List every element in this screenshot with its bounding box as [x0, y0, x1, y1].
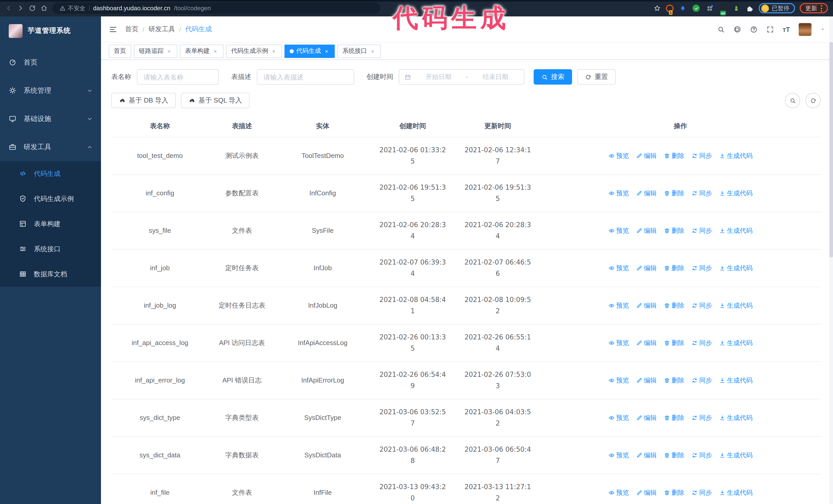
action-sync-link[interactable]: 同步: [691, 488, 712, 497]
action-sync-link[interactable]: 同步: [691, 451, 712, 460]
close-icon[interactable]: [271, 48, 277, 54]
app-logo-row[interactable]: 芋道管理系统: [0, 20, 101, 42]
action-edit-link[interactable]: 编辑: [636, 264, 657, 273]
search-button[interactable]: 搜索: [533, 69, 572, 85]
action-download-link[interactable]: 生成代码: [719, 301, 753, 310]
address-bar[interactable]: 不安全 dashboard.yudao.iocoder.cn/tool/code…: [52, 3, 380, 14]
table-name-input[interactable]: [137, 69, 219, 85]
close-icon[interactable]: [166, 48, 172, 54]
extension-icon-orange[interactable]: 1: [665, 4, 674, 13]
tab-2[interactable]: 表单构建: [180, 44, 223, 58]
security-warning[interactable]: 不安全: [60, 4, 85, 12]
action-eye-link[interactable]: 预览: [609, 488, 629, 497]
refresh-table-button[interactable]: [805, 93, 821, 108]
action-eye-link[interactable]: 预览: [609, 301, 629, 310]
extension-icon-diamond[interactable]: [679, 4, 687, 13]
action-delete-link[interactable]: 删除: [664, 226, 684, 235]
close-icon[interactable]: [370, 48, 376, 54]
action-sync-link[interactable]: 同步: [691, 413, 712, 423]
extensions-puzzle-icon[interactable]: [745, 4, 754, 13]
action-sync-link[interactable]: 同步: [691, 264, 712, 273]
sidebar-item-6[interactable]: 表单构建: [0, 211, 101, 236]
action-edit-link[interactable]: 编辑: [636, 451, 657, 460]
action-eye-link[interactable]: 预览: [609, 413, 629, 423]
update-button[interactable]: 更新: [800, 3, 828, 13]
action-edit-link[interactable]: 编辑: [636, 151, 657, 161]
profile-paused-chip[interactable]: 已暂停: [758, 3, 795, 13]
bookmark-star-icon[interactable]: [653, 5, 661, 12]
tab-5[interactable]: 系统接口: [337, 44, 381, 58]
forward-button[interactable]: [17, 5, 24, 12]
action-edit-link[interactable]: 编辑: [636, 376, 657, 385]
action-sync-link[interactable]: 同步: [691, 376, 712, 385]
page-scrollbar[interactable]: [829, 17, 833, 504]
scrollbar-thumb[interactable]: [829, 42, 833, 257]
sidebar-item-3[interactable]: 研发工具: [0, 133, 101, 161]
date-range-picker[interactable]: 开始日期 - 结束日期: [399, 69, 524, 85]
action-delete-link[interactable]: 删除: [664, 264, 684, 273]
action-edit-link[interactable]: 编辑: [636, 488, 657, 497]
action-download-link[interactable]: 生成代码: [719, 338, 753, 347]
action-download-link[interactable]: 生成代码: [719, 189, 753, 198]
action-eye-link[interactable]: 预览: [609, 338, 629, 347]
fullscreen-icon[interactable]: [766, 25, 774, 33]
action-sync-link[interactable]: 同步: [691, 338, 712, 347]
font-size-icon[interactable]: тT: [783, 25, 790, 33]
action-edit-link[interactable]: 编辑: [636, 189, 657, 198]
action-eye-link[interactable]: 预览: [609, 151, 629, 161]
home-button[interactable]: [41, 5, 48, 12]
sidebar-item-4[interactable]: 代码生成: [0, 161, 101, 186]
action-eye-link[interactable]: 预览: [609, 451, 629, 460]
import-db-button[interactable]: 基于 DB 导入: [111, 93, 176, 108]
back-button[interactable]: [5, 5, 12, 12]
github-icon[interactable]: [733, 25, 741, 33]
sidebar-item-2[interactable]: 基础设施: [0, 104, 101, 133]
sidebar-item-7[interactable]: 系统接口: [0, 236, 101, 262]
close-icon[interactable]: [324, 48, 330, 54]
action-edit-link[interactable]: 编辑: [636, 413, 657, 423]
extension-icon-green-check[interactable]: [692, 4, 700, 13]
extension-icon-android[interactable]: [732, 4, 740, 13]
action-eye-link[interactable]: 预览: [609, 376, 629, 385]
action-eye-link[interactable]: 预览: [609, 189, 629, 198]
action-delete-link[interactable]: 删除: [664, 451, 684, 460]
sidebar-item-1[interactable]: 系统管理: [0, 76, 101, 104]
sidebar-item-8[interactable]: 数据库文档: [0, 262, 101, 287]
action-delete-link[interactable]: 删除: [664, 189, 684, 198]
tab-1[interactable]: 链路追踪: [134, 44, 177, 58]
action-download-link[interactable]: 生成代码: [719, 488, 753, 497]
extension-icon-on[interactable]: on: [718, 4, 727, 13]
action-download-link[interactable]: 生成代码: [719, 264, 753, 273]
action-edit-link[interactable]: 编辑: [636, 301, 657, 310]
action-delete-link[interactable]: 删除: [664, 488, 684, 497]
action-download-link[interactable]: 生成代码: [719, 451, 753, 460]
sidebar-item-0[interactable]: 首页: [0, 48, 101, 76]
action-download-link[interactable]: 生成代码: [719, 376, 753, 385]
action-download-link[interactable]: 生成代码: [719, 151, 753, 161]
caret-down-icon[interactable]: [820, 27, 825, 32]
toggle-search-button[interactable]: [785, 93, 800, 108]
action-delete-link[interactable]: 删除: [664, 338, 684, 347]
breadcrumb-home[interactable]: 首页: [125, 25, 138, 34]
reset-button[interactable]: 重置: [577, 69, 616, 85]
import-sql-button[interactable]: 基于 SQL 导入: [181, 93, 250, 108]
action-delete-link[interactable]: 删除: [664, 413, 684, 423]
action-eye-link[interactable]: 预览: [609, 264, 629, 273]
browser-menu-icon[interactable]: [821, 5, 822, 11]
help-icon[interactable]: [750, 25, 757, 33]
action-delete-link[interactable]: 删除: [664, 151, 684, 161]
hamburger-icon[interactable]: [109, 25, 117, 33]
sidebar-item-5[interactable]: 代码生成示例: [0, 186, 101, 211]
action-delete-link[interactable]: 删除: [664, 301, 684, 310]
user-avatar[interactable]: [799, 23, 811, 35]
action-sync-link[interactable]: 同步: [691, 226, 712, 235]
breadcrumb-devtools[interactable]: 研发工具: [148, 25, 175, 34]
action-edit-link[interactable]: 编辑: [636, 338, 657, 347]
action-eye-link[interactable]: 预览: [609, 226, 629, 235]
reload-button[interactable]: [29, 5, 36, 12]
search-icon[interactable]: [717, 25, 724, 33]
action-edit-link[interactable]: 编辑: [636, 226, 657, 235]
action-sync-link[interactable]: 同步: [691, 151, 712, 161]
extension-icon-grid[interactable]: [705, 4, 714, 13]
tab-0[interactable]: 首页: [109, 44, 131, 58]
